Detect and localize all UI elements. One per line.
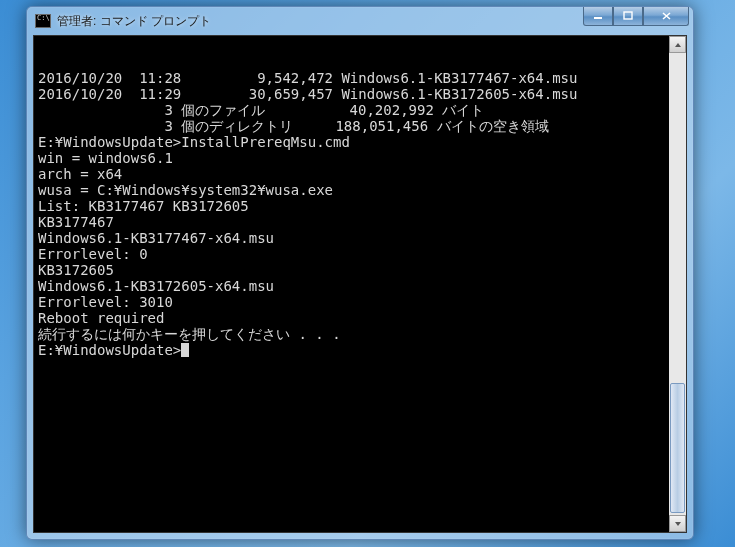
console-output: 2016/10/20 11:28 9,542,472 Windows6.1-KB… <box>38 70 682 358</box>
console-line: Windows6.1-KB3172605-x64.msu <box>38 278 682 294</box>
vertical-scrollbar[interactable] <box>669 36 686 532</box>
console-line: List: KB3177467 KB3172605 <box>38 198 682 214</box>
maximize-button[interactable] <box>613 7 643 26</box>
scroll-track[interactable] <box>669 53 686 515</box>
command-prompt-window: 管理者: コマンド プロンプト 2016/10/20 11:28 9,542,4… <box>26 6 694 540</box>
console-line: 3 個のファイル 40,202,992 バイト <box>38 102 682 118</box>
console-line: Windows6.1-KB3177467-x64.msu <box>38 230 682 246</box>
console-line: 2016/10/20 11:28 9,542,472 Windows6.1-KB… <box>38 70 682 86</box>
scroll-down-button[interactable] <box>669 515 686 532</box>
console-line: E:¥WindowsUpdate>InstallPrereqMsu.cmd <box>38 134 682 150</box>
close-button[interactable] <box>643 7 689 26</box>
svg-rect-1 <box>624 12 632 19</box>
console-area[interactable]: 2016/10/20 11:28 9,542,472 Windows6.1-KB… <box>33 35 687 533</box>
console-line: win = windows6.1 <box>38 150 682 166</box>
scroll-up-button[interactable] <box>669 36 686 53</box>
scroll-thumb[interactable] <box>670 383 685 513</box>
console-line: Errorlevel: 3010 <box>38 294 682 310</box>
console-line: 2016/10/20 11:29 30,659,457 Windows6.1-K… <box>38 86 682 102</box>
console-line: Reboot required <box>38 310 682 326</box>
console-line: Errorlevel: 0 <box>38 246 682 262</box>
console-line: 3 個のディレクトリ 188,051,456 バイトの空き領域 <box>38 118 682 134</box>
console-line: 続行するには何かキーを押してください . . . <box>38 326 682 342</box>
console-line: KB3172605 <box>38 262 682 278</box>
cmd-icon <box>35 14 51 28</box>
console-line: arch = x64 <box>38 166 682 182</box>
window-title: 管理者: コマンド プロンプト <box>57 13 211 30</box>
console-line: KB3177467 <box>38 214 682 230</box>
console-line: E:¥WindowsUpdate> <box>38 342 682 358</box>
minimize-button[interactable] <box>583 7 613 26</box>
window-controls <box>583 7 689 26</box>
titlebar[interactable]: 管理者: コマンド プロンプト <box>27 7 693 35</box>
svg-rect-0 <box>594 17 602 19</box>
cursor <box>181 343 189 357</box>
console-line: wusa = C:¥Windows¥system32¥wusa.exe <box>38 182 682 198</box>
